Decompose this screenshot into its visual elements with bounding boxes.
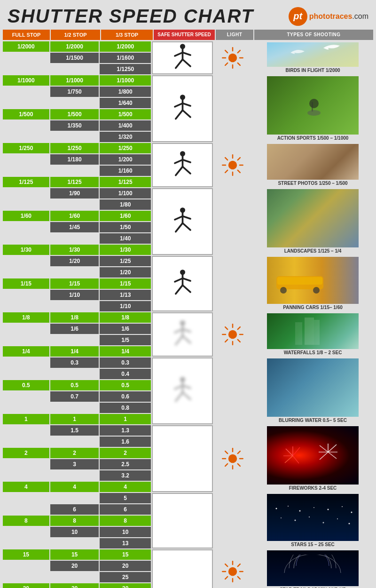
group-group10: 151515202025303030 STAR TRAILS 15 min an…: [3, 549, 373, 588]
cell-c3: 1/40: [100, 233, 151, 244]
safe-shutter-cell: [152, 493, 213, 548]
svg-point-105: [328, 509, 329, 510]
svg-point-102: [288, 506, 289, 507]
cell-c3: 2.5: [100, 459, 151, 469]
svg-point-104: [313, 507, 314, 508]
cell-c3: 8: [100, 516, 151, 526]
svg-line-59: [175, 336, 182, 344]
cell-c3: 1/25: [100, 256, 151, 266]
svg-line-14: [225, 63, 227, 65]
cell-c3: 1/250: [100, 143, 151, 153]
svg-point-101: [276, 508, 277, 509]
svg-line-4: [175, 59, 182, 68]
page-wrapper: SHUTTER SPEED CHART pt phototraces.com F…: [0, 0, 376, 588]
cell-c3: 0.4: [100, 369, 151, 379]
table-row: 1/2501/2501/250: [3, 143, 151, 153]
cell-c2: [50, 538, 99, 548]
cell-c2: [50, 64, 99, 74]
cell-c1: [3, 132, 49, 142]
logo-domain: phototraces: [309, 12, 352, 20]
cell-c2: [50, 403, 99, 413]
cell-c2: 1.5: [50, 425, 99, 436]
svg-line-27: [182, 159, 190, 162]
cell-c2: [50, 267, 99, 278]
table-row: 1/61/6: [3, 324, 151, 334]
cell-c3: 1.6: [100, 437, 151, 447]
cell-c3: 1/6: [100, 324, 151, 334]
svg-line-75: [175, 385, 183, 389]
svg-line-11: [225, 50, 227, 53]
table-row: 1/10: [3, 301, 151, 311]
svg-point-30: [228, 161, 237, 169]
col-header-5: LIGHT: [216, 30, 253, 40]
table-row: 5: [3, 493, 151, 503]
cell-c1: [3, 154, 49, 165]
table-row: 1.51.3: [3, 425, 151, 436]
table-row: 1/151/151/15: [3, 278, 151, 289]
safe-shutter-cell: [152, 41, 213, 74]
group-group8: 1.51.31.622232.53.2444 FIREWORKS 2-4 sec: [3, 425, 373, 492]
cell-c3: 1/1000: [100, 75, 151, 86]
svg-line-90: [293, 447, 300, 456]
photo-label: BLURRING WATER 0.5– 5 sec: [267, 417, 359, 424]
svg-line-43: [175, 223, 182, 231]
cell-c2: 1/180: [50, 154, 99, 165]
cell-c3: 1/100: [100, 188, 151, 199]
cell-c2: 1/1500: [50, 53, 99, 63]
svg-rect-71: [295, 322, 302, 345]
cell-c2: 4: [50, 482, 99, 492]
svg-line-85: [238, 464, 240, 466]
cell-c2: 1/90: [50, 188, 99, 199]
svg-line-119: [225, 564, 227, 566]
light-cell: [214, 41, 251, 74]
cell-c2: 15: [50, 549, 99, 560]
photo-image: [267, 358, 359, 417]
table-row: 0.30.3: [3, 358, 151, 368]
cell-c1: 1/125: [3, 177, 49, 187]
light-cell: [214, 425, 251, 492]
svg-line-89: [286, 449, 293, 456]
cell-c2: 1/6: [50, 324, 99, 334]
table-row: 2020: [3, 561, 151, 571]
photo-image: [267, 257, 359, 304]
cell-c3: 15: [100, 549, 151, 560]
svg-rect-52: [277, 277, 322, 285]
table-row: 1/201/25: [3, 256, 151, 266]
group-group2: 1/10001/10001/10001/7501/8001/6401/5001/…: [3, 75, 373, 142]
cell-c2: [50, 493, 99, 503]
photo-label: LANDSCAPES 1/125 – 1/4: [267, 247, 359, 254]
table-row: 1/451/50: [3, 222, 151, 232]
types-cell: FIREWORKS 2-4 sec: [252, 425, 373, 492]
table-row: 1/5: [3, 335, 151, 345]
cell-c3: 2: [100, 448, 151, 458]
table-row: 1/301/301/30: [3, 245, 151, 255]
svg-line-69: [225, 340, 227, 342]
cell-c1: [3, 403, 49, 413]
cell-c3: 1/320: [100, 132, 151, 142]
table-row: 1/101/13: [3, 290, 151, 300]
cell-c1: 1/500: [3, 109, 49, 119]
cell-c1: [3, 391, 49, 402]
cell-c1: [3, 267, 49, 278]
cell-c1: [3, 437, 49, 447]
table-row: 1/320: [3, 132, 151, 142]
svg-line-28: [175, 167, 182, 175]
table-row: 3.2: [3, 470, 151, 481]
cell-c3: 1/10: [100, 301, 151, 311]
svg-line-87: [225, 464, 227, 466]
svg-line-122: [225, 577, 227, 579]
column-headers: FULL STOP 1/2 STOP 1/3 STOP SAFE SHUTTER…: [0, 30, 376, 41]
svg-line-20: [182, 110, 190, 117]
cell-c3: 1/2000: [100, 41, 151, 52]
cell-c2: [50, 233, 99, 244]
svg-line-36: [238, 170, 240, 173]
svg-line-93: [293, 456, 299, 463]
svg-line-18: [182, 103, 190, 106]
svg-line-13: [238, 50, 240, 53]
cell-c1: [3, 64, 49, 74]
table-row: 1/601/601/60: [3, 211, 151, 221]
group-group9: 566888101013 STARS 15 – 25 sec: [3, 493, 373, 548]
cell-c3: 3.2: [100, 470, 151, 481]
cell-c3: 13: [100, 538, 151, 548]
cell-c2: [50, 437, 99, 447]
